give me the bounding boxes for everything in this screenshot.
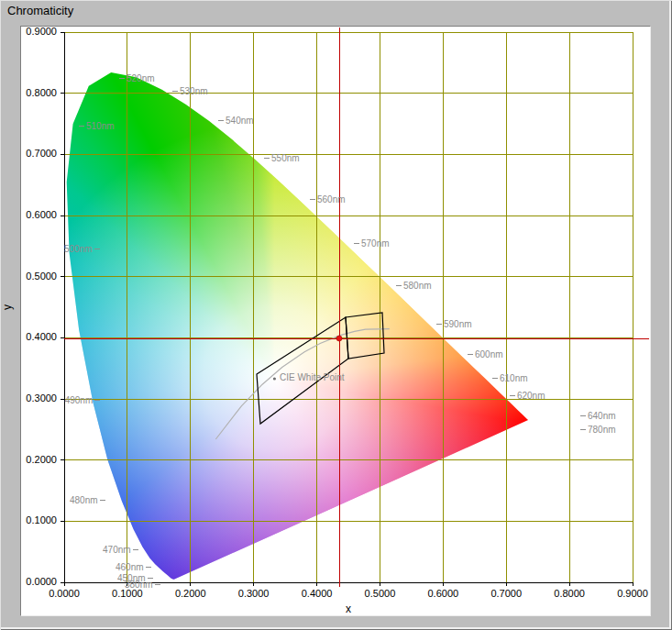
app-window: Chromaticity 0.00000.10000.20000.30000.4… [0,0,672,630]
window-title: Chromaticity [7,4,73,17]
x-axis-title: x [325,602,371,615]
y-axis-title: y [1,297,14,310]
